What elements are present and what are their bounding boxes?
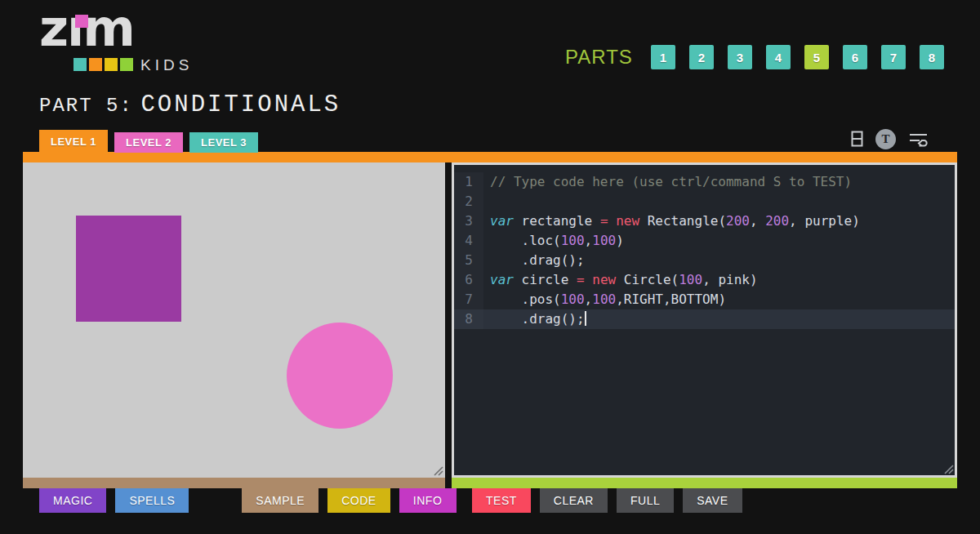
save-button[interactable]: SAVE xyxy=(683,488,742,513)
stage-canvas[interactable] xyxy=(23,162,445,478)
pink-circle[interactable] xyxy=(287,323,393,429)
text-cursor xyxy=(585,311,586,326)
code-line-5[interactable]: 5 .drag(); xyxy=(454,251,955,270)
page-title-text: CONDITIONALS xyxy=(140,91,341,118)
page-title: PART 5: CONDITIONALS xyxy=(39,91,341,118)
part-button-7[interactable]: 7 xyxy=(881,45,906,69)
full-button[interactable]: FULL xyxy=(617,488,674,513)
part-button-3[interactable]: 3 xyxy=(728,45,752,69)
wrap-text-icon[interactable] xyxy=(908,131,929,147)
part-button-2[interactable]: 2 xyxy=(689,45,714,69)
zim-logo-text: zım xyxy=(39,3,134,54)
code-button[interactable]: CODE xyxy=(327,488,390,513)
tab-level-1[interactable]: LEVEL 1 xyxy=(39,130,108,153)
line-number: 7 xyxy=(454,290,483,309)
code-line-8[interactable]: 8 .drag(); xyxy=(454,309,955,329)
page-title-prefix: PART 5: xyxy=(39,95,133,117)
part-button-1[interactable]: 1 xyxy=(651,45,675,69)
logo-square-2 xyxy=(105,58,118,71)
parts-buttons: 12345678 xyxy=(651,45,944,69)
editor-resize-grip[interactable] xyxy=(943,464,954,474)
spells-button[interactable]: SPELLS xyxy=(115,488,189,513)
view-toolbar: T xyxy=(851,127,936,150)
line-number: 2 xyxy=(454,192,483,211)
line-content xyxy=(483,192,490,211)
info-button[interactable]: INFO xyxy=(399,488,457,513)
line-content: .drag(); xyxy=(483,309,586,329)
line-content: // Type code here (use ctrl/command S to… xyxy=(483,172,852,192)
split-view-icon[interactable] xyxy=(851,131,863,147)
line-content: var rectangle = new Rectangle(200, 200, … xyxy=(483,211,860,231)
code-editor[interactable]: 1// Type code here (use ctrl/command S t… xyxy=(452,162,957,478)
stage-actions: MAGICSPELLSSAMPLECODEINFO xyxy=(39,488,457,513)
part-button-5[interactable]: 5 xyxy=(804,45,829,69)
code-line-2[interactable]: 2 xyxy=(454,192,955,211)
tab-level-2[interactable]: LEVEL 2 xyxy=(114,132,183,153)
line-content: var circle = new Circle(100, pink) xyxy=(483,270,758,290)
parts-label: PARTS xyxy=(565,46,633,69)
tab-level-3[interactable]: LEVEL 3 xyxy=(189,132,258,153)
code-line-7[interactable]: 7 .pos(100,100,RIGHT,BOTTOM) xyxy=(454,290,955,309)
line-content: .loc(100,100) xyxy=(483,231,624,251)
line-number: 1 xyxy=(454,172,483,192)
code-line-6[interactable]: 6var circle = new Circle(100, pink) xyxy=(454,270,955,290)
clear-button[interactable]: CLEAR xyxy=(540,488,608,513)
logo-square-0 xyxy=(74,58,87,71)
zim-logo-kids: KIDS xyxy=(140,56,193,74)
zim-logo[interactable]: zım KIDS xyxy=(39,13,186,77)
line-number: 4 xyxy=(454,231,483,251)
line-number: 5 xyxy=(454,251,483,270)
magic-button[interactable]: MAGIC xyxy=(39,488,106,513)
editor-accent-bar xyxy=(452,478,957,488)
logo-square-3 xyxy=(120,58,133,71)
code-line-1[interactable]: 1// Type code here (use ctrl/command S t… xyxy=(454,172,955,192)
text-toggle-icon[interactable]: T xyxy=(875,129,896,149)
part-button-4[interactable]: 4 xyxy=(766,45,791,69)
purple-rectangle[interactable] xyxy=(76,216,181,322)
line-content: .drag(); xyxy=(483,251,585,270)
zimkids-app: zım KIDS PARTS 12345678 PART 5: CONDITIO… xyxy=(0,0,980,534)
sample-button[interactable]: SAMPLE xyxy=(242,488,318,513)
parts-nav: PARTS 12345678 xyxy=(565,45,944,69)
logo-color-squares xyxy=(74,58,133,71)
editor-actions: TESTCLEARFULLSAVE xyxy=(472,488,742,513)
stage-resize-grip[interactable] xyxy=(433,465,443,476)
code-line-4[interactable]: 4 .loc(100,100) xyxy=(454,231,955,251)
logo-pink-square xyxy=(75,15,88,28)
line-number: 8 xyxy=(454,309,483,329)
level-tabs: LEVEL 1LEVEL 2LEVEL 3 xyxy=(39,130,258,153)
line-number: 6 xyxy=(454,270,483,290)
code-line-3[interactable]: 3var rectangle = new Rectangle(200, 200,… xyxy=(454,211,955,231)
line-content: .pos(100,100,RIGHT,BOTTOM) xyxy=(483,290,726,309)
part-button-6[interactable]: 6 xyxy=(843,45,867,69)
test-button[interactable]: TEST xyxy=(472,488,531,513)
tab-accent-bar xyxy=(23,152,957,162)
part-button-8[interactable]: 8 xyxy=(920,45,944,69)
stage-accent-bar xyxy=(23,478,445,488)
logo-square-1 xyxy=(89,58,102,71)
line-number: 3 xyxy=(454,211,483,231)
